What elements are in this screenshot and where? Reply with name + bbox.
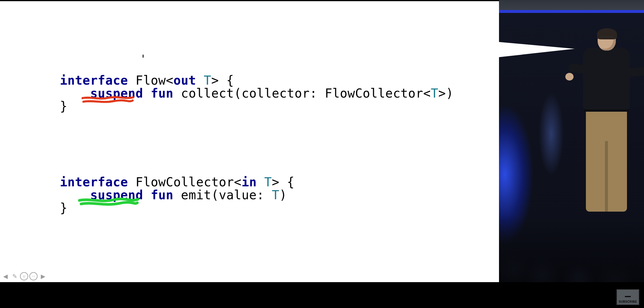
- code-block-flowcollector: interface FlowCollector<in T> { suspend …: [60, 176, 294, 215]
- keyword-interface: interface: [60, 73, 128, 88]
- menu-button[interactable]: ☺: [20, 272, 28, 280]
- keyword-interface: interface: [60, 175, 128, 189]
- subscribe-label: SUBSCRIBE: [619, 300, 637, 303]
- subscribe-button[interactable]: SUBSCRIBE: [616, 289, 639, 305]
- arrow-right-icon: ▶: [41, 273, 45, 280]
- keyword-fun: fun: [151, 86, 173, 101]
- video-frame: interface Flow<out T> { suspend fun coll…: [0, 0, 644, 308]
- presentation-slide: interface Flow<out T> { suspend fun coll…: [0, 1, 499, 282]
- arrow-left-icon: ◀: [3, 273, 8, 280]
- indent: [60, 86, 90, 101]
- punct: >): [438, 86, 454, 101]
- func-sig: emit(value:: [173, 188, 272, 202]
- type-param: T: [272, 188, 279, 202]
- more-icon: ⋯: [29, 272, 38, 280]
- closing-brace: }: [60, 201, 68, 215]
- code-block-flow: interface Flow<out T> { suspend fun coll…: [60, 74, 454, 113]
- speaker-blue-line: [499, 10, 644, 13]
- space: [143, 86, 151, 101]
- type-param: T: [196, 73, 211, 88]
- type-param: T: [431, 86, 439, 101]
- audience-silhouette: [499, 215, 644, 282]
- pointer-overlay-shape: [490, 41, 575, 62]
- speaker-header-strip: [499, 0, 644, 10]
- func-sig: collect(collector: FlowCollector<: [173, 86, 431, 101]
- presenter-torso: [583, 48, 630, 109]
- keyword-suspend: suspend: [90, 86, 143, 101]
- type-param: T: [257, 175, 272, 189]
- keyword-in: in: [242, 175, 257, 189]
- punct: ): [279, 188, 287, 202]
- space: [143, 188, 151, 202]
- punct: > {: [272, 175, 294, 189]
- indent: [60, 188, 90, 202]
- presenter-leg-seam: [605, 141, 608, 212]
- glasses-icon: [599, 36, 614, 41]
- closing-brace: }: [60, 99, 68, 113]
- presenter-figure: [574, 29, 639, 217]
- subscribe-dash-icon: [625, 296, 631, 297]
- pen-tool-button[interactable]: ✎: [11, 272, 19, 280]
- more-options-button[interactable]: ⋯: [29, 272, 38, 280]
- keyword-out: out: [173, 73, 196, 88]
- next-slide-button[interactable]: ▶: [39, 272, 47, 280]
- keyword-fun: fun: [151, 188, 173, 202]
- cursor-icon: [143, 55, 144, 58]
- smiley-icon: ☺: [20, 272, 28, 280]
- type-name: FlowCollector<: [128, 175, 242, 189]
- punct: > {: [211, 73, 234, 88]
- slide-toolbar: ◀ ✎ ☺ ⋯ ▶: [1, 272, 47, 280]
- prev-slide-button[interactable]: ◀: [1, 272, 9, 280]
- video-bottom-bar: SUBSCRIBE: [0, 282, 644, 308]
- pen-icon: ✎: [12, 273, 17, 280]
- presenter-hand-left: [565, 73, 574, 81]
- type-name: Flow<: [128, 73, 173, 88]
- keyword-suspend: suspend: [90, 188, 143, 202]
